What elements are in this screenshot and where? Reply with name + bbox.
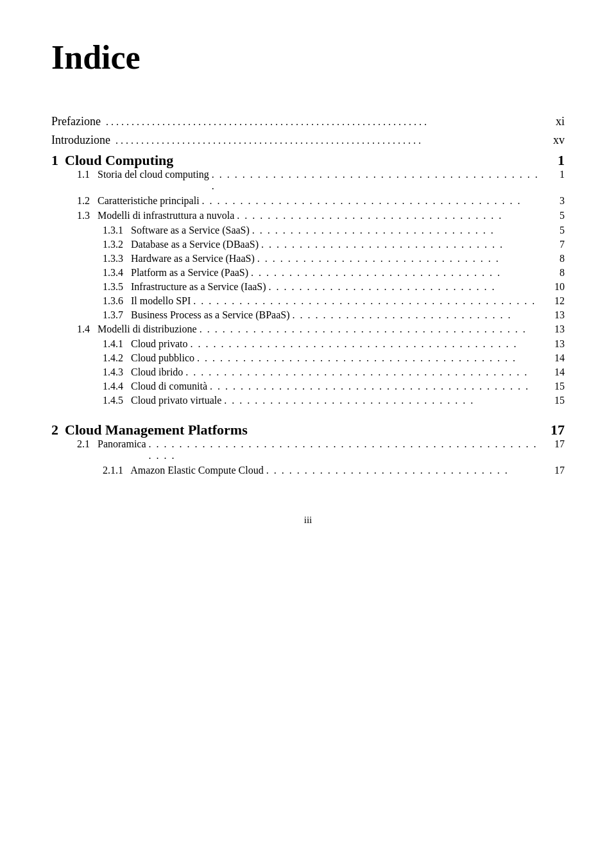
subsection-1-3-7: 1.3.7 Business Process as a Service (BPa… — [51, 309, 565, 321]
subsection-1-3-4-label: 1.3.4 Platform as a Service (PaaS) — [103, 267, 248, 279]
subsection-1-4-1-page: 13 — [545, 338, 565, 350]
subsection-1-3-1-label: 1.3.1 Software as a Service (SaaS) — [103, 225, 250, 236]
section-2-1-page: 17 — [545, 438, 565, 450]
subsection-1-3-2-label: 1.3.2 Database as a Service (DBaaS) — [103, 239, 259, 250]
chapter-2: 2 Cloud Management Platforms 17 2.1 Pano… — [51, 422, 565, 476]
subsection-1-4-1-dots: . . . . . . . . . . . . . . . . . . . . … — [190, 338, 543, 350]
prefazione-page: xi — [545, 115, 565, 128]
subsection-1-3-3-dots: . . . . . . . . . . . . . . . . . . . . … — [257, 253, 543, 264]
chapter-2-page: 17 — [551, 422, 565, 438]
subsection-1-3-5: 1.3.5 Infrastructure as a Service (IaaS)… — [51, 281, 565, 293]
subsection-2-1-1-label: 2.1.1 Amazon Elastic Compute Cloud — [103, 465, 264, 476]
prefazione-dots: . . . . . . . . . . . . . . . . . . . . … — [103, 116, 543, 128]
subsection-2-1-1-page: 17 — [545, 465, 565, 476]
subsection-1-3-5-label: 1.3.5 Infrastructure as a Service (IaaS) — [103, 281, 266, 293]
section-1-4-label: 1.4 Modelli di distribuzione — [77, 323, 197, 335]
chapter-2-title: Cloud Management Platforms — [65, 422, 248, 438]
section-1-1-label: 1.1 Storia del cloud computing — [77, 169, 209, 180]
subsection-1-3-1-dots: . . . . . . . . . . . . . . . . . . . . … — [252, 225, 543, 236]
subsection-1-3-5-page: 10 — [545, 281, 565, 293]
section-1-3-dots: . . . . . . . . . . . . . . . . . . . . … — [237, 210, 543, 221]
subsection-1-3-2-page: 7 — [545, 239, 565, 250]
page-number: iii — [304, 515, 312, 525]
subsection-1-4-2-dots: . . . . . . . . . . . . . . . . . . . . … — [197, 352, 543, 364]
chapter-1-heading: 1 Cloud Computing 1 — [51, 152, 565, 169]
subsection-1-4-3: 1.4.3 Cloud ibrido . . . . . . . . . . .… — [51, 366, 565, 378]
chapter-1-title: Cloud Computing — [65, 152, 173, 169]
section-1-3: 1.3 Modelli di infrastruttura a nuvola .… — [51, 210, 565, 221]
introduzione-page: xv — [545, 134, 565, 147]
subsection-1-4-2-label: 1.4.2 Cloud pubblico — [103, 352, 194, 364]
subsection-1-4-2: 1.4.2 Cloud pubblico . . . . . . . . . .… — [51, 352, 565, 364]
subsection-1-4-5-page: 15 — [545, 395, 565, 406]
page-footer: iii — [51, 515, 565, 526]
subsection-1-4-1: 1.4.1 Cloud privato . . . . . . . . . . … — [51, 338, 565, 350]
page-content: Indice Prefazione . . . . . . . . . . . … — [51, 39, 565, 526]
subsection-1-3-1-page: 5 — [545, 225, 565, 236]
subsection-1-4-5-label: 1.4.5 Cloud privato virtuale — [103, 395, 221, 406]
section-1-4: 1.4 Modelli di distribuzione . . . . . .… — [51, 323, 565, 335]
chapter-1-num: 1 — [51, 152, 58, 169]
subsection-1-3-6-page: 12 — [545, 295, 565, 307]
section-1-2-dots: . . . . . . . . . . . . . . . . . . . . … — [202, 195, 543, 207]
subsection-1-3-7-label: 1.3.7 Business Process as a Service (BPa… — [103, 309, 290, 321]
section-1-1-page: 1 — [545, 169, 565, 180]
subsection-1-4-3-page: 14 — [545, 366, 565, 378]
subsection-1-3-4-dots: . . . . . . . . . . . . . . . . . . . . … — [251, 267, 543, 279]
section-2-1: 2.1 Panoramica . . . . . . . . . . . . .… — [51, 438, 565, 461]
subsection-1-4-3-dots: . . . . . . . . . . . . . . . . . . . . … — [185, 366, 543, 378]
section-1-4-dots: . . . . . . . . . . . . . . . . . . . . … — [200, 323, 543, 335]
section-2-1-label: 2.1 Panoramica — [77, 438, 146, 450]
section-1-1-dots: . . . . . . . . . . . . . . . . . . . . … — [212, 169, 543, 192]
subsection-1-3-4-page: 8 — [545, 267, 565, 279]
chapter-1-page: 1 — [558, 152, 565, 169]
top-entries: Prefazione . . . . . . . . . . . . . . .… — [51, 115, 565, 147]
subsection-1-4-4-dots: . . . . . . . . . . . . . . . . . . . . … — [210, 381, 543, 392]
section-1-3-page: 5 — [545, 210, 565, 221]
section-1-2-page: 3 — [545, 195, 565, 207]
subsection-1-3-3-page: 8 — [545, 253, 565, 264]
toc-entry-prefazione: Prefazione . . . . . . . . . . . . . . .… — [51, 115, 565, 128]
subsection-1-4-5-dots: . . . . . . . . . . . . . . . . . . . . … — [224, 395, 543, 406]
section-2-1-dots: . . . . . . . . . . . . . . . . . . . . … — [149, 438, 543, 461]
subsection-1-3-6-label: 1.3.6 Il modello SPI — [103, 295, 191, 307]
subsection-1-3-3: 1.3.3 Hardware as a Service (HaaS) . . .… — [51, 253, 565, 264]
section-1-3-label: 1.3 Modelli di infrastruttura a nuvola — [77, 210, 234, 221]
introduzione-dots: . . . . . . . . . . . . . . . . . . . . … — [113, 135, 543, 146]
subsection-1-3-2: 1.3.2 Database as a Service (DBaaS) . . … — [51, 239, 565, 250]
subsection-1-3-1: 1.3.1 Software as a Service (SaaS) . . .… — [51, 225, 565, 236]
section-1-2: 1.2 Caratteristiche principali . . . . .… — [51, 195, 565, 207]
subsection-2-1-1-dots: . . . . . . . . . . . . . . . . . . . . … — [266, 465, 543, 476]
table-of-contents: Prefazione . . . . . . . . . . . . . . .… — [51, 115, 565, 476]
subsection-1-3-6: 1.3.6 Il modello SPI . . . . . . . . . .… — [51, 295, 565, 307]
subsection-1-3-7-page: 13 — [545, 309, 565, 321]
subsection-1-4-1-label: 1.4.1 Cloud privato — [103, 338, 187, 350]
subsection-1-3-2-dots: . . . . . . . . . . . . . . . . . . . . … — [261, 239, 543, 250]
subsection-1-3-6-dots: . . . . . . . . . . . . . . . . . . . . … — [193, 295, 543, 307]
subsection-1-4-2-page: 14 — [545, 352, 565, 364]
subsection-1-4-4: 1.4.4 Cloud di comunità . . . . . . . . … — [51, 381, 565, 392]
subsection-1-4-3-label: 1.4.3 Cloud ibrido — [103, 366, 183, 378]
chapter-1: 1 Cloud Computing 1 1.1 Storia del cloud… — [51, 152, 565, 406]
subsection-1-3-7-dots: . . . . . . . . . . . . . . . . . . . . … — [293, 309, 543, 321]
page-title: Indice — [51, 39, 565, 76]
subsection-1-4-4-label: 1.4.4 Cloud di comunità — [103, 381, 207, 392]
subsection-1-4-5: 1.4.5 Cloud privato virtuale . . . . . .… — [51, 395, 565, 406]
section-1-1: 1.1 Storia del cloud computing . . . . .… — [51, 169, 565, 192]
subsection-2-1-1: 2.1.1 Amazon Elastic Compute Cloud . . .… — [51, 465, 565, 476]
introduzione-label: Introduzione — [51, 134, 110, 147]
subsection-1-3-5-dots: . . . . . . . . . . . . . . . . . . . . … — [269, 281, 543, 293]
section-1-4-page: 13 — [545, 323, 565, 335]
subsection-1-4-4-page: 15 — [545, 381, 565, 392]
chapter-2-heading: 2 Cloud Management Platforms 17 — [51, 422, 565, 438]
subsection-1-3-3-label: 1.3.3 Hardware as a Service (HaaS) — [103, 253, 255, 264]
chapter-2-num: 2 — [51, 422, 58, 438]
toc-entry-introduzione: Introduzione . . . . . . . . . . . . . .… — [51, 134, 565, 147]
prefazione-label: Prefazione — [51, 115, 101, 128]
subsection-1-3-4: 1.3.4 Platform as a Service (PaaS) . . .… — [51, 267, 565, 279]
section-1-2-label: 1.2 Caratteristiche principali — [77, 195, 200, 207]
